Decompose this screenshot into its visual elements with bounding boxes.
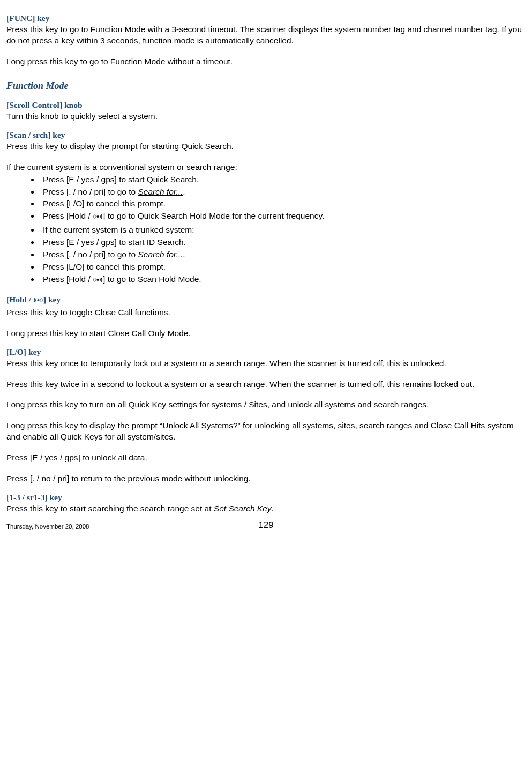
link-search-for: Search for... (138, 187, 183, 196)
list-item: Press [Hold / ] to go to Quick Search Ho… (40, 211, 526, 224)
text: . (272, 504, 274, 513)
close-call-icon (93, 212, 103, 224)
para-scroll-1: Turn this knob to quickly select a syste… (6, 111, 526, 122)
list-item: Press [Hold / ] to go to Scan Hold Mode. (40, 274, 526, 287)
list-item: Press [E / yes / gps] to start Quick Sea… (40, 174, 526, 185)
close-call-icon (93, 276, 103, 287)
link-search-for: Search for... (138, 250, 183, 259)
list-item: Press [E / yes / gps] to start ID Search… (40, 237, 526, 248)
heading-scan-key: [Scan / srch] key (6, 130, 526, 141)
text: ] key (43, 295, 61, 304)
list-item: Press [L/O] to cancel this prompt. (40, 262, 526, 273)
text: Press this key to start searching the se… (6, 504, 214, 513)
para-func-1: Press this key to go to Function Mode wi… (6, 24, 526, 47)
text: ] to go to Quick Search Hold Mode for th… (103, 211, 324, 220)
para-scan-1: Press this key to display the prompt for… (6, 141, 526, 152)
text: [Hold / (6, 295, 33, 304)
footer-page-number: 129 (258, 519, 273, 532)
text: ] to go to Scan Hold Mode. (103, 274, 201, 284)
heading-function-mode: Function Mode (6, 79, 526, 92)
svg-point-0 (96, 215, 99, 218)
close-call-icon (33, 296, 43, 307)
para-scan-2: If the current system is a conventional … (6, 162, 526, 173)
text: Press [. / no / pri] to go to (43, 250, 138, 259)
list-item: Press [L/O] to cancel this prompt. (40, 198, 526, 210)
list-item: Press [. / no / pri] to go to Search for… (40, 187, 526, 198)
heading-lo-key: [L/O] key (6, 347, 526, 358)
para-hold-2: Long press this key to start Close Call … (6, 328, 526, 339)
para-lo-4: Long press this key to display the promp… (6, 420, 526, 443)
text: . (183, 250, 185, 259)
text: Press [. / no / pri] to go to (43, 187, 138, 196)
para-func-2: Long press this key to go to Function Mo… (6, 56, 526, 68)
heading-13-key: [1-3 / sr1-3] key (6, 492, 526, 503)
para-lo-5: Press [E / yes / gps] to unlock all data… (6, 452, 526, 464)
svg-point-2 (37, 299, 39, 301)
heading-scroll-knob: [Scroll Control] knob (6, 100, 526, 111)
text: Press [Hold / (43, 211, 93, 220)
list-scan: Press [E / yes / gps] to start Quick Sea… (6, 174, 526, 287)
list-item: Press [. / no / pri] to go to Search for… (40, 249, 526, 261)
svg-point-1 (96, 279, 99, 281)
footer-date: Thursday, November 20, 2008 (6, 523, 89, 530)
text: Press [Hold / (43, 274, 93, 284)
para-lo-3: Long press this key to turn on all Quick… (6, 399, 526, 411)
text: . (183, 187, 185, 196)
para-13-1: Press this key to start searching the se… (6, 503, 526, 515)
heading-hold-key: [Hold / ] key (6, 294, 526, 307)
para-hold-1: Press this key to toggle Close Call func… (6, 307, 526, 318)
para-lo-6: Press [. / no / pri] to return to the pr… (6, 473, 526, 485)
para-lo-2: Press this key twice in a second to lock… (6, 379, 526, 390)
page-footer: Thursday, November 20, 2008 129 (6, 520, 526, 532)
heading-func-key: [FUNC] key (6, 13, 526, 24)
list-item: If the current system is a trunked syste… (40, 225, 526, 236)
link-set-search-key: Set Search Key (214, 504, 272, 513)
para-lo-1: Press this key once to temporarily lock … (6, 358, 526, 369)
